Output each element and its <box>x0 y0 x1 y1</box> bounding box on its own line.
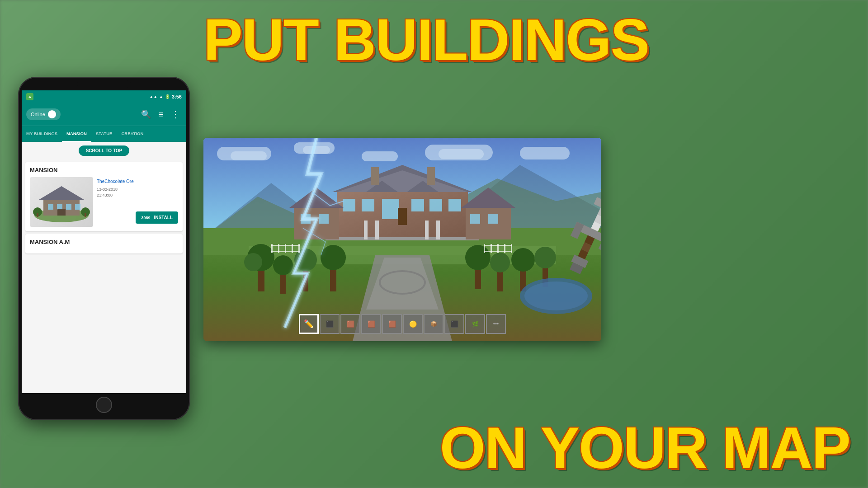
battery-icon: 🔋 <box>165 94 170 99</box>
online-toggle[interactable]: Online <box>26 108 61 120</box>
status-bar: A ▲▲ ▲ 🔋 3:56 <box>22 90 186 103</box>
mansion-image <box>30 177 93 227</box>
hotbar-slot-0: ✏️ <box>299 314 319 334</box>
phone-outer: A ▲▲ ▲ 🔋 3:56 Online <box>18 77 190 420</box>
time-display: 3:56 <box>172 94 182 99</box>
hotbar-slot-2: 🟫 <box>340 314 360 334</box>
svg-marker-2 <box>39 186 84 200</box>
hotbar-icon-9: ••• <box>493 321 499 327</box>
tab-mansion[interactable]: MANSION <box>62 126 91 142</box>
hotbar-icon-8: 🌿 <box>472 321 479 327</box>
svg-rect-99 <box>600 183 601 193</box>
minecraft-screenshot: ✏️ ⬛ 🟫 🟫 🟫 🟡 📦 <box>203 138 601 341</box>
status-left: A <box>26 93 33 100</box>
hotbar-icon-2: 🟫 <box>347 320 354 328</box>
install-button[interactable]: 3989 INSTALL <box>136 211 178 224</box>
svg-rect-16 <box>439 149 484 159</box>
toggle-dot <box>48 110 56 118</box>
right-section: PUT BUILDINGS <box>203 9 850 479</box>
svg-rect-90 <box>484 251 512 252</box>
mansion-svg <box>32 179 91 225</box>
headline-bottom: ON YOUR MAP <box>203 422 850 474</box>
building-card-mansion: MANSION <box>25 162 183 231</box>
headline-top: PUT BUILDINGS <box>203 14 649 66</box>
svg-rect-11 <box>85 213 86 217</box>
home-button[interactable] <box>96 397 112 413</box>
install-label: INSTALL <box>154 215 173 220</box>
svg-rect-63 <box>429 199 442 211</box>
building-card-mansion-am: MANSION A.M <box>25 234 183 253</box>
phone-mockup: A ▲▲ ▲ 🔋 3:56 Online <box>18 77 190 420</box>
tab-bar: MY BUILDINGS MANSION STATUE CREATION <box>22 126 186 142</box>
svg-rect-14 <box>231 151 267 160</box>
svg-rect-101 <box>594 197 601 207</box>
hotbar-slot-9: ••• <box>486 314 506 334</box>
svg-rect-72 <box>488 214 498 224</box>
app-toolbar: Online 🔍 ≡ ⋮ <box>22 103 186 126</box>
svg-point-39 <box>465 245 491 270</box>
svg-rect-10 <box>37 213 38 217</box>
main-container: A ▲▲ ▲ 🔋 3:56 Online <box>0 0 868 488</box>
filter-icon[interactable]: ≡ <box>156 108 165 122</box>
tab-statue[interactable]: STATUE <box>91 126 117 142</box>
svg-point-33 <box>273 255 293 275</box>
building-author: TheChocolate Ore <box>97 179 178 184</box>
svg-point-37 <box>321 245 346 270</box>
svg-rect-89 <box>484 245 512 246</box>
phone-screen: A ▲▲ ▲ 🔋 3:56 Online <box>22 90 186 393</box>
phone-notch <box>77 80 131 88</box>
svg-rect-57 <box>427 167 435 185</box>
svg-rect-7 <box>57 209 66 216</box>
svg-rect-59 <box>362 199 374 211</box>
signal-icon: ▲▲ <box>149 94 157 99</box>
svg-rect-76 <box>436 221 440 239</box>
hotbar-slot-6: 📦 <box>424 314 443 334</box>
status-right: ▲▲ ▲ 🔋 3:56 <box>149 94 182 99</box>
svg-rect-67 <box>301 214 311 224</box>
hotbar-slot-5: 🟡 <box>403 314 423 334</box>
svg-point-41 <box>490 253 510 272</box>
more-options-icon[interactable]: ⋮ <box>169 107 182 122</box>
headline-line2: ON YOUR MAP <box>440 415 850 481</box>
svg-rect-75 <box>425 221 429 239</box>
svg-rect-3 <box>48 204 53 210</box>
svg-rect-19 <box>362 151 398 161</box>
svg-rect-82 <box>271 245 300 246</box>
card-title-mansion-am: MANSION A.M <box>30 239 178 245</box>
svg-rect-68 <box>319 214 329 224</box>
search-icon[interactable]: 🔍 <box>139 108 153 121</box>
hotbar-icon-7: ⬛ <box>451 320 458 328</box>
svg-rect-71 <box>470 214 480 224</box>
hotbar-slot-4: 🟫 <box>382 314 402 334</box>
install-count: 3989 <box>141 216 150 220</box>
hotbar-slot-1: ⬛ <box>320 314 340 334</box>
hotbar-icon-1: ⬛ <box>326 320 334 328</box>
svg-rect-5 <box>66 204 71 210</box>
svg-rect-62 <box>411 199 424 211</box>
svg-rect-20 <box>520 147 570 160</box>
svg-rect-18 <box>303 146 330 154</box>
svg-rect-6 <box>75 204 80 210</box>
phone-content: MANSION <box>22 160 186 393</box>
hotbar-icon-3: 🟫 <box>368 320 375 328</box>
svg-rect-61 <box>398 208 407 225</box>
svg-rect-83 <box>271 251 300 252</box>
svg-rect-73 <box>364 221 368 239</box>
mc-scene-svg <box>203 138 601 341</box>
hotbar-icon-4: 🟫 <box>388 320 396 328</box>
hotbar-icon-6: 📦 <box>430 321 437 327</box>
svg-rect-74 <box>375 221 379 239</box>
svg-rect-56 <box>371 167 379 185</box>
hotbar-slot-7: ⬛ <box>444 314 464 334</box>
scroll-to-top-button[interactable]: SCROLL TO TOP <box>79 145 130 156</box>
hotbar-slot-3: 🟫 <box>361 314 381 334</box>
tab-my-buildings[interactable]: MY BUILDINGS <box>22 126 62 142</box>
app-indicator: A <box>26 93 33 100</box>
scroll-to-top-container: SCROLL TO TOP <box>22 142 186 160</box>
online-label: Online <box>31 112 45 117</box>
hotbar-slot-8: 🌿 <box>465 314 485 334</box>
card-title-mansion: MANSION <box>30 167 178 174</box>
building-date: 13-02-2018 21:43:08 <box>97 187 178 198</box>
tab-creation[interactable]: CREATION <box>117 126 148 142</box>
svg-point-43 <box>511 248 535 272</box>
